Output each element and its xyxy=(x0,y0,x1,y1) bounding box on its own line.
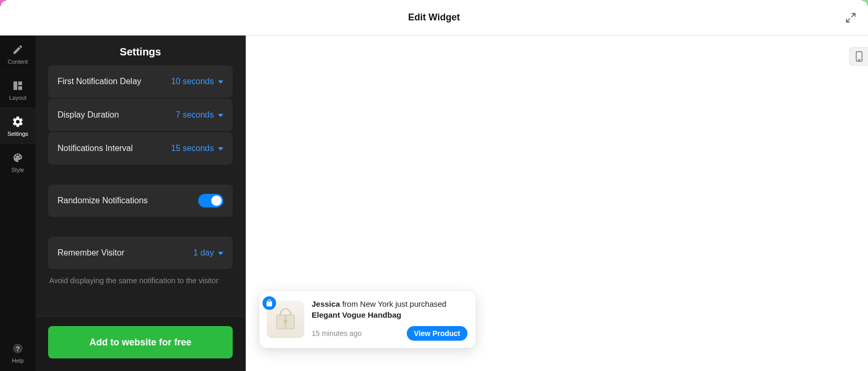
setting-value: 7 seconds xyxy=(176,110,223,120)
setting-value: 15 seconds xyxy=(171,144,223,153)
setting-label: Remember Visitor xyxy=(58,248,124,258)
help-icon: ? xyxy=(0,342,36,355)
caret-down-icon xyxy=(218,147,223,150)
nav-item-settings[interactable]: Settings xyxy=(0,108,36,144)
caret-down-icon xyxy=(218,80,223,84)
svg-rect-2 xyxy=(18,86,22,90)
add-to-website-button[interactable]: Add to website for free xyxy=(48,326,233,358)
randomize-toggle[interactable] xyxy=(198,194,223,207)
nav-item-layout[interactable]: Layout xyxy=(0,72,36,108)
notifications-interval-select[interactable]: Notifications Interval 15 seconds xyxy=(48,132,233,165)
first-notification-delay-select[interactable]: First Notification Delay 10 seconds xyxy=(48,65,233,98)
handbag-icon xyxy=(271,305,300,333)
caret-down-icon xyxy=(218,252,223,255)
setting-label: Notifications Interval xyxy=(58,144,133,153)
display-duration-select[interactable]: Display Duration 7 seconds xyxy=(48,99,233,131)
setting-value: 1 day xyxy=(193,248,223,258)
notification-text: Jessica from New York just purchased Ele… xyxy=(312,298,467,321)
notification-thumbnail xyxy=(267,300,304,338)
view-product-button[interactable]: View Product xyxy=(407,326,467,341)
svg-rect-1 xyxy=(18,82,22,85)
preview-area: Jessica from New York just purchased Ele… xyxy=(246,36,868,371)
gear-icon xyxy=(0,115,36,129)
notification-card: Jessica from New York just purchased Ele… xyxy=(259,291,476,349)
notification-time: 15 minutes ago xyxy=(312,329,362,338)
svg-rect-9 xyxy=(284,320,288,322)
nav-item-help[interactable]: ? Help xyxy=(0,334,36,371)
smartphone-icon xyxy=(855,51,863,62)
layout-icon xyxy=(0,79,36,92)
randomize-notifications-toggle-row: Randomize Notifications xyxy=(48,184,233,217)
setting-value: 10 seconds xyxy=(171,77,223,86)
remember-visitor-select[interactable]: Remember Visitor 1 day xyxy=(48,237,233,269)
side-nav: Content Layout Settings Style ? Help xyxy=(0,36,36,371)
panel-title: Settings xyxy=(36,36,245,65)
svg-rect-0 xyxy=(14,82,17,90)
page-title: Edit Widget xyxy=(408,12,460,23)
settings-panel: Settings First Notification Delay 10 sec… xyxy=(36,36,246,371)
expand-button[interactable] xyxy=(842,9,860,27)
pencil-icon xyxy=(0,43,36,56)
notification-body: Jessica from New York just purchased Ele… xyxy=(312,298,467,341)
setting-label: Randomize Notifications xyxy=(58,196,148,205)
header: Edit Widget xyxy=(0,0,868,36)
setting-label: First Notification Delay xyxy=(58,77,141,86)
settings-scroll[interactable]: First Notification Delay 10 seconds Disp… xyxy=(36,65,245,316)
setting-label: Display Duration xyxy=(58,110,119,120)
toggle-knob xyxy=(211,195,222,206)
palette-icon xyxy=(0,151,36,165)
svg-text:?: ? xyxy=(16,345,20,353)
mobile-preview-button[interactable] xyxy=(849,47,868,66)
nav-item-style[interactable]: Style xyxy=(0,144,36,180)
nav-item-content[interactable]: Content xyxy=(0,36,36,72)
remember-visitor-hint: Avoid displaying the same notification t… xyxy=(48,270,233,290)
expand-icon xyxy=(845,12,856,24)
caret-down-icon xyxy=(218,114,223,117)
panel-footer: Add to website for free xyxy=(36,316,245,371)
svg-point-6 xyxy=(859,60,860,61)
